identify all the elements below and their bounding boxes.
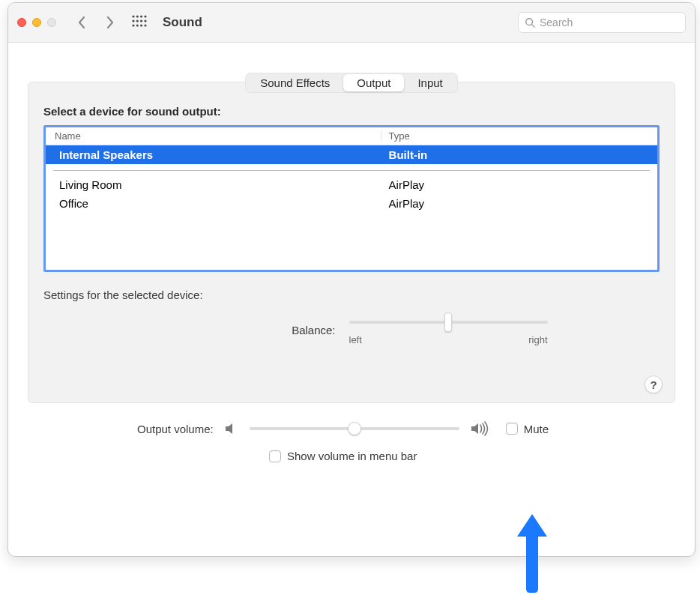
column-header-type[interactable]: Type	[381, 130, 648, 142]
device-type: AirPlay	[381, 178, 648, 191]
svg-point-3	[144, 15, 146, 17]
mute-checkbox[interactable]	[506, 423, 518, 435]
show-all-prefs-button[interactable]	[128, 11, 151, 34]
mute-option[interactable]: Mute	[506, 423, 549, 435]
bottom-bar: Output volume:	[28, 403, 675, 470]
device-table-header: Name Type	[46, 127, 657, 145]
chevron-left-icon	[76, 16, 87, 29]
back-button[interactable]	[71, 12, 92, 33]
grid-icon	[131, 14, 148, 31]
content-area: Sound Effects Output Input Select a devi…	[8, 43, 695, 556]
svg-point-8	[132, 24, 134, 26]
balance-label: Balance:	[156, 324, 336, 336]
svg-point-6	[140, 19, 142, 22]
device-row-internal-speakers[interactable]: Internal Speakers Built-in	[46, 145, 657, 164]
settings-for-label: Settings for the selected device:	[43, 289, 660, 301]
close-window-button[interactable]	[17, 18, 26, 27]
output-panel: Select a device for sound output: Name T…	[28, 82, 675, 403]
balance-row: Balance: left right	[43, 315, 660, 345]
device-table[interactable]: Name Type Internal Speakers Built-in Liv…	[43, 125, 660, 272]
svg-line-13	[532, 25, 535, 28]
toolbar: Sound	[8, 3, 695, 43]
device-name: Office	[55, 197, 381, 210]
balance-slider[interactable]	[349, 315, 548, 331]
device-type: AirPlay	[381, 197, 648, 210]
svg-point-10	[140, 24, 142, 26]
output-volume-label: Output volume:	[137, 423, 214, 435]
device-row-office[interactable]: Office AirPlay	[46, 194, 657, 213]
window-title: Sound	[163, 15, 202, 30]
pane-tabs: Sound Effects Output Input	[245, 73, 458, 93]
svg-point-4	[132, 19, 134, 22]
balance-right-label: right	[528, 334, 547, 345]
svg-point-5	[136, 19, 139, 22]
svg-point-2	[140, 15, 142, 17]
volume-low-icon	[224, 422, 239, 435]
balance-control: left right	[349, 315, 548, 345]
mute-label: Mute	[524, 423, 549, 435]
output-volume-slider[interactable]	[250, 421, 459, 436]
sound-preferences-window: Sound Sound Effects Output Input Select …	[7, 2, 696, 557]
column-header-name[interactable]: Name	[55, 130, 381, 142]
forward-button[interactable]	[100, 12, 121, 33]
tab-output[interactable]: Output	[343, 74, 404, 91]
svg-point-11	[144, 24, 146, 26]
search-icon	[525, 17, 535, 28]
minimize-window-button[interactable]	[32, 18, 41, 27]
svg-point-1	[136, 15, 139, 17]
device-table-body: Internal Speakers Built-in Living Room A…	[46, 145, 657, 213]
svg-point-7	[144, 19, 146, 22]
show-volume-menubar-option[interactable]: Show volume in menu bar	[47, 450, 656, 462]
help-icon: ?	[650, 378, 657, 391]
balance-left-label: left	[349, 334, 362, 345]
table-separator	[53, 170, 650, 171]
device-type: Built-in	[381, 148, 648, 161]
output-volume-row: Output volume:	[47, 421, 656, 436]
zoom-window-button[interactable]	[47, 18, 56, 27]
search-input[interactable]	[540, 16, 679, 28]
svg-point-9	[136, 24, 139, 26]
search-field[interactable]	[518, 12, 686, 33]
tab-sound-effects[interactable]: Sound Effects	[247, 74, 343, 91]
chevron-right-icon	[105, 16, 115, 29]
window-controls	[17, 18, 56, 27]
svg-point-0	[132, 15, 134, 17]
volume-high-icon	[470, 421, 491, 436]
select-device-label: Select a device for sound output:	[43, 105, 660, 118]
help-button[interactable]: ?	[645, 375, 663, 393]
show-volume-menubar-checkbox[interactable]	[269, 450, 281, 462]
show-volume-menubar-label: Show volume in menu bar	[287, 450, 417, 462]
device-name: Living Room	[55, 178, 381, 191]
device-name: Internal Speakers	[55, 148, 381, 161]
tab-input[interactable]: Input	[404, 74, 456, 91]
device-row-living-room[interactable]: Living Room AirPlay	[46, 175, 657, 194]
